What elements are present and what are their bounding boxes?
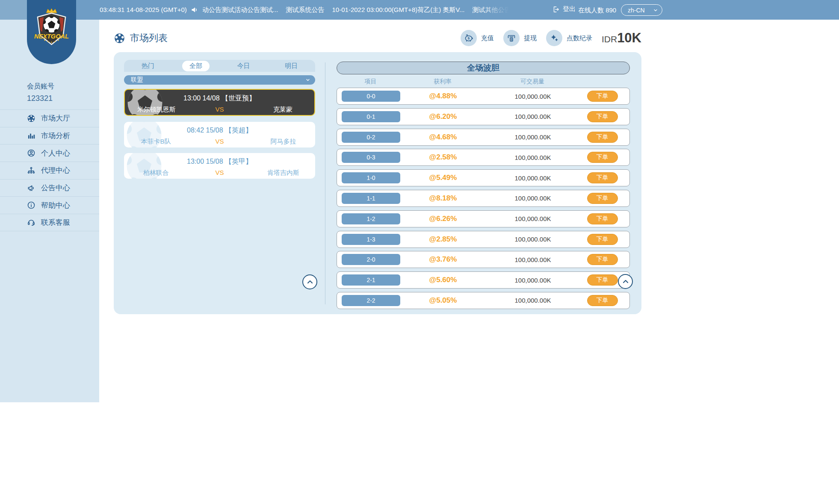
tab-hot[interactable]: 热门 <box>124 61 172 71</box>
app-page: 03:48:31 14-08-2025 (GMT+0) 动公告测试活动公告测试.… <box>0 0 839 504</box>
place-order-button[interactable]: 下单 <box>587 254 618 265</box>
points-record-label: 点数纪录 <box>567 34 592 42</box>
place-order-button[interactable]: 下单 <box>587 274 618 286</box>
nextgoal-logo-icon: NEXTGOAL <box>31 5 72 52</box>
tab-tomorrow[interactable]: 明日 <box>267 61 315 71</box>
sidebar-item-customer-service[interactable]: 联系客服 <box>0 214 99 231</box>
sidebar-item-label: 联系客服 <box>41 218 70 227</box>
logout-icon <box>552 6 560 13</box>
vs-label: VS <box>188 169 251 177</box>
deposit-label: 充值 <box>481 34 494 42</box>
home-team: 本菲卡B队 <box>124 138 188 146</box>
sidebar-item-label: 公告中心 <box>41 183 70 193</box>
tradable-volume: 100,000.00K <box>486 236 580 243</box>
profit-rate: @2.58% <box>400 153 486 162</box>
balance-amount: 10K <box>617 30 641 46</box>
chevron-up-icon <box>621 277 630 286</box>
odds-panel: 全场波胆 项目 获利率 可交易量 0-0 @4.88% 100,000.00K … <box>337 52 630 314</box>
page-title: 市场列表 <box>114 32 168 44</box>
league-select[interactable]: 联盟 <box>124 75 315 85</box>
sidebar-item-market-analysis[interactable]: 市场分析 <box>0 127 99 144</box>
deposit-button[interactable]: $ 充值 <box>461 30 494 46</box>
match-card[interactable]: 13:00 15/08 【英甲】 柏林联合 VS 肯塔吉内斯 <box>124 153 315 179</box>
match-card-selected[interactable]: 13:00 14/08 【世亚预】 米尔顿凯恩斯 VS 克莱蒙 <box>124 89 315 116</box>
place-order-button[interactable]: 下单 <box>587 91 618 102</box>
profit-rate: @3.76% <box>400 255 486 264</box>
score-badge: 1-2 <box>342 213 400 224</box>
sidebar-item-agent-center[interactable]: 代理中心 <box>0 162 99 179</box>
main-content: 市场列表 $ 充值 <box>99 20 839 504</box>
tradable-volume: 100,000.00K <box>486 154 580 161</box>
odds-row: 1-2 @6.26% 100,000.00K 下单 <box>337 210 630 227</box>
sidebar-item-label: 市场大厅 <box>41 113 70 123</box>
sidebar-item-market-hall[interactable]: 市场大厅 <box>0 109 99 127</box>
place-order-button[interactable]: 下单 <box>587 295 618 306</box>
score-badge: 0-2 <box>342 132 400 143</box>
odds-row: 2-2 @5.05% 100,000.00K 下单 <box>337 292 630 309</box>
withdraw-button[interactable]: $ 提现 <box>503 30 537 46</box>
sidebar-item-label: 个人中心 <box>41 148 70 158</box>
place-order-button[interactable]: 下单 <box>587 172 618 183</box>
logout-label: 登出 <box>563 5 576 13</box>
account-label: 会员账号 <box>27 82 54 91</box>
match-filter-tabs: 热门 全部 今日 明日 <box>124 60 315 72</box>
chevron-up-icon <box>306 278 314 286</box>
place-order-button[interactable]: 下单 <box>587 132 618 143</box>
profit-rate: @5.05% <box>400 296 486 305</box>
speaker-icon <box>191 6 199 14</box>
odds-row: 0-2 @4.68% 100,000.00K 下单 <box>337 129 630 146</box>
tradable-volume: 100,000.00K <box>486 93 580 100</box>
vs-label: VS <box>188 138 251 146</box>
odds-row: 2-1 @5.60% 100,000.00K 下单 <box>337 271 630 289</box>
home-team: 米尔顿凯恩斯 <box>125 106 188 114</box>
score-badge: 0-0 <box>342 91 400 102</box>
page-title-text: 市场列表 <box>130 32 168 44</box>
tradable-volume: 100,000.00K <box>486 215 580 222</box>
sidebar-item-help-center[interactable]: 帮助中心 <box>0 196 99 214</box>
score-badge: 2-0 <box>342 254 400 265</box>
tradable-volume: 100,000.00K <box>486 277 580 284</box>
odds-column-headers: 项目 获利率 可交易量 <box>337 78 630 85</box>
match-card[interactable]: 08:42 15/08 【英超】 本菲卡B队 VS 阿马多拉 <box>124 122 315 147</box>
sidebar-item-announcement-center[interactable]: 公告中心 <box>0 179 99 197</box>
profit-rate: @2.85% <box>400 235 486 244</box>
sidebar-item-label: 市场分析 <box>41 131 70 141</box>
tab-today[interactable]: 今日 <box>220 61 268 71</box>
sidebar-item-personal-center[interactable]: 个人中心 <box>0 144 99 162</box>
logout-button[interactable]: 登出 <box>552 5 576 13</box>
clock: 03:48:31 14-08-2025 (GMT+0) <box>100 6 187 13</box>
odds-row: 0-0 @4.88% 100,000.00K 下单 <box>337 88 630 105</box>
announcement-item: 测试系统公告 <box>286 6 325 15</box>
scroll-top-button-right[interactable] <box>618 274 633 289</box>
match-time: 08:42 15/08 【英超】 <box>124 126 315 135</box>
sidebar-menu: 市场大厅 市场分析 个人中心 代理中心 <box>0 109 99 231</box>
language-value: zh-CN <box>628 7 645 14</box>
tab-all[interactable]: 全部 <box>172 61 220 71</box>
language-select[interactable]: zh-CN <box>621 4 662 16</box>
balance-display: IDR10K <box>602 30 641 46</box>
top-bar: 03:48:31 14-08-2025 (GMT+0) 动公告测试活动公告测试.… <box>0 0 839 20</box>
score-badge: 1-1 <box>342 193 400 204</box>
logo[interactable]: NEXTGOAL <box>27 0 76 64</box>
odds-row: 1-0 @5.49% 100,000.00K 下单 <box>337 169 630 186</box>
place-order-button[interactable]: 下单 <box>587 193 618 204</box>
column-header-volume: 可交易量 <box>485 78 579 85</box>
place-order-button[interactable]: 下单 <box>587 111 618 122</box>
soccer-ball-icon <box>27 114 35 123</box>
score-badge: 0-3 <box>342 152 400 163</box>
soccer-ball-icon <box>114 32 125 44</box>
away-team: 肯塔吉内斯 <box>251 169 315 177</box>
odds-row: 0-3 @2.58% 100,000.00K 下单 <box>337 149 630 166</box>
scroll-top-button-left[interactable] <box>302 274 317 289</box>
marquee-fade <box>481 0 509 20</box>
place-order-button[interactable]: 下单 <box>587 152 618 163</box>
profit-rate: @5.49% <box>400 174 486 182</box>
place-order-button[interactable]: 下单 <box>587 213 618 224</box>
score-badge: 1-0 <box>342 172 400 183</box>
score-badge: 2-1 <box>342 274 400 286</box>
user-icon <box>27 149 35 157</box>
column-header-rate: 获利率 <box>400 78 485 85</box>
place-order-button[interactable]: 下单 <box>587 234 618 245</box>
announcement-item: 10-01-2022 03:00:00(GMT+8)荷乙(主) 奥斯V... <box>332 6 465 15</box>
points-record-button[interactable]: 点数纪录 <box>546 30 592 46</box>
